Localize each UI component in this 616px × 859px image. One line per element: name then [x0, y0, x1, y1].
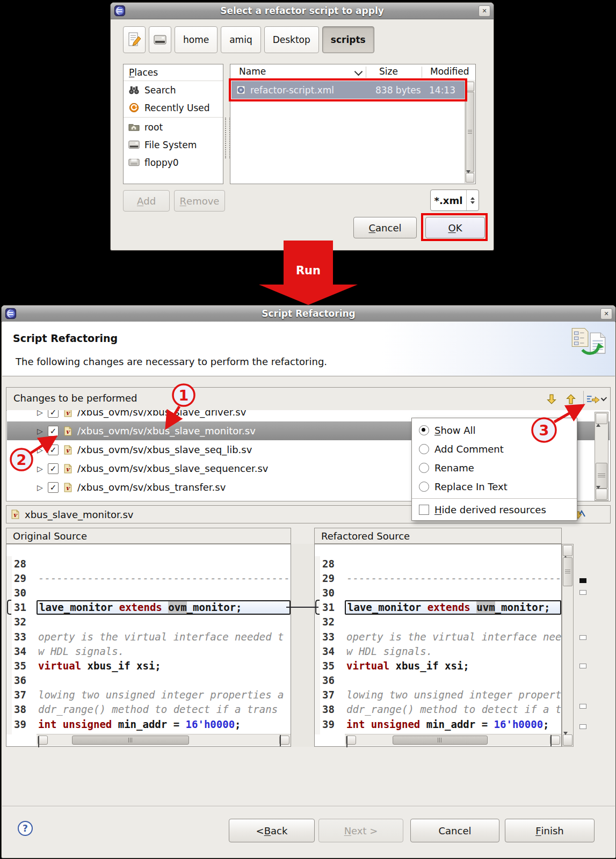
- places-panel: Places SearchRecently UsedrootFile Syste…: [123, 64, 223, 184]
- spinner-icon[interactable]: [466, 190, 479, 210]
- code-segment: w HDL signals.: [346, 645, 432, 657]
- scroll-down-icon[interactable]: [563, 734, 572, 746]
- code-text: w HDL signals.: [37, 644, 291, 658]
- line-number: 39: [320, 718, 345, 730]
- code-text: ----------------------------------------…: [37, 571, 291, 585]
- scrollbar-thumb[interactable]: [596, 463, 607, 489]
- checkbox-checked-icon[interactable]: ✓: [48, 410, 59, 418]
- code-gutter: [6, 717, 12, 731]
- menu-item-hide-derived-resources[interactable]: Hide derived resources: [412, 500, 577, 519]
- overview-ruler[interactable]: [578, 544, 589, 747]
- horizontal-scrollbar[interactable]: [37, 734, 291, 746]
- column-size[interactable]: Size: [379, 66, 398, 77]
- tree-scrollbar[interactable]: [595, 412, 608, 501]
- ruler-mark[interactable]: [579, 635, 586, 640]
- path-button-desktop[interactable]: Desktop: [264, 26, 319, 53]
- code-line-30: 30: [6, 585, 291, 600]
- menu-option-replace-in-text[interactable]: Replace In Text: [412, 477, 577, 496]
- code-line-37: 37lowing two unsigned integer properties…: [315, 688, 561, 702]
- code-vertical-scrollbar[interactable]: [562, 544, 574, 747]
- cancel-button[interactable]: Cancel: [353, 217, 417, 238]
- code-text: w HDL signals.: [345, 644, 561, 658]
- path-button-home[interactable]: home: [175, 26, 218, 53]
- chooser-titlebar[interactable]: Select a refactor script to apply ✕: [111, 3, 494, 19]
- expander-icon[interactable]: ▷: [37, 410, 46, 417]
- scroll-left-icon[interactable]: [346, 736, 356, 745]
- radio-icon[interactable]: [419, 444, 429, 454]
- place-item-file-system[interactable]: File System: [124, 136, 223, 154]
- column-name[interactable]: Name: [239, 66, 266, 77]
- code-segment: _monitor;: [187, 601, 242, 613]
- wizard-titlebar[interactable]: Script Refactoring ✕: [2, 305, 615, 322]
- code-text: [345, 556, 561, 571]
- horizontal-scrollbar[interactable]: [345, 734, 561, 746]
- ruler-mark[interactable]: [579, 704, 586, 709]
- code-line-33: 33operty is the virtual interface needed…: [6, 629, 291, 644]
- place-item-root[interactable]: root: [124, 118, 223, 136]
- ruler-mark[interactable]: [579, 590, 586, 595]
- tree-row-path: /xbus_ovm/sv/xbus_slave_seq_lib.sv: [77, 444, 252, 455]
- type-filename-button[interactable]: [123, 26, 146, 53]
- remove-button[interactable]: Remove: [174, 190, 225, 212]
- radio-icon[interactable]: [419, 463, 429, 473]
- finish-button[interactable]: Finish: [505, 819, 595, 842]
- place-item-recently-used[interactable]: Recently Used: [124, 99, 223, 117]
- diff-bracket-icon: [7, 600, 11, 615]
- close-icon[interactable]: ✕: [479, 5, 490, 17]
- file-type-filter[interactable]: *.xml: [430, 190, 479, 211]
- ruler-mark[interactable]: [579, 724, 586, 729]
- scrollbar-thumb[interactable]: [466, 92, 474, 172]
- place-item-floppy0[interactable]: floppy0: [124, 154, 223, 171]
- code-segment: _monitor;: [495, 601, 550, 613]
- sv-file-icon: v: [64, 464, 72, 474]
- path-button-scripts[interactable]: scripts: [322, 26, 374, 53]
- radio-icon-selected[interactable]: [419, 425, 429, 435]
- code-gutter: [315, 658, 320, 673]
- wizard-subtitle: The following changes are necessary to p…: [16, 356, 327, 367]
- filter-menu-button[interactable]: [586, 390, 606, 407]
- checkbox-checked-icon[interactable]: ✓: [48, 445, 59, 455]
- checkbox-checked-icon[interactable]: ✓: [48, 463, 59, 474]
- radio-icon[interactable]: [419, 482, 429, 492]
- menu-option-rename[interactable]: Rename: [412, 458, 577, 477]
- scroll-right-icon[interactable]: [279, 736, 289, 745]
- add-button[interactable]: Add: [123, 190, 170, 212]
- checkbox-checked-icon[interactable]: ✓: [48, 426, 59, 436]
- code-segment: ;: [543, 718, 549, 730]
- menu-options: Show AllAdd CommentRenameReplace In Text: [412, 421, 577, 496]
- menu-option-show-all[interactable]: Show All: [412, 421, 577, 440]
- checkbox-icon[interactable]: [419, 505, 429, 515]
- expander-icon[interactable]: ▷: [37, 427, 46, 435]
- scroll-up-icon[interactable]: [563, 545, 572, 556]
- code-gutter: [6, 702, 12, 717]
- scrollbar-thumb[interactable]: [563, 557, 572, 586]
- scroll-right-icon[interactable]: [550, 736, 560, 745]
- scrollbar-thumb[interactable]: [72, 736, 189, 745]
- scroll-down-icon[interactable]: [466, 173, 474, 183]
- expander-icon[interactable]: ▷: [37, 483, 46, 492]
- back-button[interactable]: < Back: [229, 819, 315, 842]
- scroll-down-icon[interactable]: [596, 489, 607, 500]
- expander-icon[interactable]: ▷: [37, 464, 46, 473]
- ruler-mark[interactable]: [579, 578, 586, 583]
- column-modified[interactable]: Modified: [430, 66, 469, 77]
- drive-button[interactable]: [149, 26, 171, 53]
- place-item-search[interactable]: Search: [124, 81, 223, 99]
- menu-option-add-comment[interactable]: Add Comment: [412, 440, 577, 458]
- cancel-button[interactable]: Cancel: [410, 819, 499, 842]
- expander-icon[interactable]: ▷: [37, 446, 46, 454]
- ruler-mark[interactable]: [579, 664, 586, 668]
- close-icon[interactable]: ✕: [600, 308, 612, 319]
- scroll-up-icon[interactable]: [596, 413, 607, 424]
- scrollbar-thumb[interactable]: [393, 736, 488, 745]
- place-label: File System: [144, 140, 197, 150]
- next-change-button[interactable]: [542, 390, 561, 407]
- checkbox-checked-icon[interactable]: ✓: [48, 482, 59, 493]
- scroll-left-icon[interactable]: [38, 736, 48, 745]
- previous-change-button[interactable]: [561, 390, 581, 407]
- help-button[interactable]: ?: [18, 821, 33, 836]
- refactored-source-pane[interactable]: 2829------------------------------------…: [314, 544, 562, 747]
- next-button[interactable]: Next >: [318, 819, 403, 842]
- path-button-amiq[interactable]: amiq: [221, 26, 261, 53]
- original-source-pane[interactable]: 2829------------------------------------…: [6, 544, 291, 747]
